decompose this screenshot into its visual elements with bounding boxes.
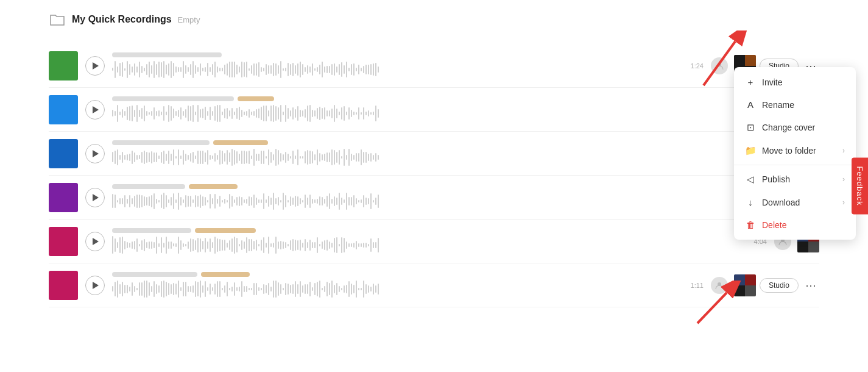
track-title-placeholder-2: [238, 96, 274, 101]
play-triangle-icon: [93, 106, 99, 113]
waveform: [112, 60, 678, 79]
menu-item-delete[interactable]: 🗑Delete: [734, 213, 856, 236]
waveform: [112, 104, 741, 123]
menu-icon-download: ↓: [745, 197, 756, 207]
menu-label-download: Download: [762, 198, 836, 207]
track-info: [112, 52, 678, 79]
play-button[interactable]: [85, 188, 105, 207]
header-row: My Quick Recordings Empty: [49, 6, 819, 33]
menu-label-publish: Publish: [762, 174, 836, 184]
track-title-placeholder: [112, 96, 234, 101]
track-title-placeholder-2: [201, 272, 250, 277]
track-info: [112, 140, 741, 167]
track-cover: [49, 95, 78, 124]
play-button[interactable]: [85, 100, 105, 120]
context-menu: +InviteARename⊡Change cover📁Move to fold…: [734, 67, 856, 240]
menu-arrow-download: ›: [842, 198, 845, 207]
menu-item-invite[interactable]: +Invite: [734, 71, 856, 93]
menu-label-rename: Rename: [762, 100, 845, 110]
waveform: [112, 235, 741, 255]
menu-arrow-publish: ›: [842, 175, 845, 184]
track-title-placeholder: [112, 272, 197, 277]
track-title-placeholder: [112, 184, 185, 189]
waveform: [112, 191, 741, 211]
track-row: 4:04: [49, 220, 819, 263]
empty-badge: Empty: [178, 15, 200, 24]
menu-arrow-move-to-folder: ›: [842, 146, 845, 155]
play-button[interactable]: [85, 232, 105, 251]
waveform: [112, 279, 678, 299]
play-triangle-icon: [93, 150, 99, 157]
track-cover: [49, 51, 78, 80]
track-title-placeholder-2: [195, 228, 256, 233]
svg-line-7: [704, 41, 735, 85]
feedback-tab[interactable]: Feedback: [852, 157, 868, 214]
arrow-top-indicator: [691, 30, 752, 91]
track-info: [112, 228, 741, 255]
track-row: 1:26: [49, 132, 819, 176]
waveform: [112, 148, 741, 167]
track-title-placeholder-2: [213, 140, 268, 145]
menu-icon-delete: 🗑: [745, 220, 756, 230]
more-options-button[interactable]: ⋯: [802, 277, 819, 294]
page-title: My Quick Recordings: [72, 14, 172, 25]
track-title-placeholder: [112, 228, 191, 233]
track-cover: [49, 227, 78, 256]
menu-icon-change-cover: ⊡: [745, 122, 756, 133]
play-triangle-icon: [93, 62, 99, 70]
menu-divider: [734, 165, 856, 165]
track-cover: [49, 139, 78, 168]
play-triangle-icon: [93, 238, 99, 245]
menu-icon-rename: A: [745, 99, 756, 110]
folder-icon: [49, 11, 66, 28]
play-button[interactable]: [85, 276, 105, 295]
track-row: 1:04: [49, 88, 819, 132]
menu-label-change-cover: Change cover: [762, 123, 845, 132]
play-triangle-icon: [93, 194, 99, 201]
track-title-placeholder: [112, 140, 210, 145]
track-title-placeholder: [112, 52, 222, 57]
menu-item-download[interactable]: ↓Download›: [734, 191, 856, 213]
studio-button[interactable]: Studio: [760, 278, 799, 293]
track-info: [112, 184, 741, 211]
track-cover: [49, 183, 78, 212]
menu-item-change-cover[interactable]: ⊡Change cover: [734, 116, 856, 139]
menu-icon-publish: ◁: [745, 174, 756, 185]
play-triangle-icon: [93, 282, 99, 289]
play-button[interactable]: [85, 56, 105, 76]
menu-label-delete: Delete: [762, 220, 845, 230]
main-container: My Quick Recordings Empty 1:24Studio⋯1:0…: [0, 0, 868, 313]
menu-icon-move-to-folder: 📁: [745, 145, 756, 156]
menu-item-move-to-folder[interactable]: 📁Move to folder›: [734, 139, 856, 162]
menu-item-publish[interactable]: ◁Publish›: [734, 168, 856, 191]
menu-label-invite: Invite: [762, 77, 845, 87]
menu-item-rename[interactable]: ARename: [734, 93, 856, 116]
track-info: [112, 96, 741, 123]
track-cover: [49, 271, 78, 300]
track-row: 1:07: [49, 176, 819, 220]
menu-label-move-to-folder: Move to folder: [762, 146, 836, 156]
svg-line-9: [697, 293, 727, 323]
track-title-placeholder-2: [189, 184, 238, 189]
play-button[interactable]: [85, 144, 105, 163]
arrow-bottom-indicator: [685, 281, 746, 329]
track-info: [112, 272, 678, 299]
